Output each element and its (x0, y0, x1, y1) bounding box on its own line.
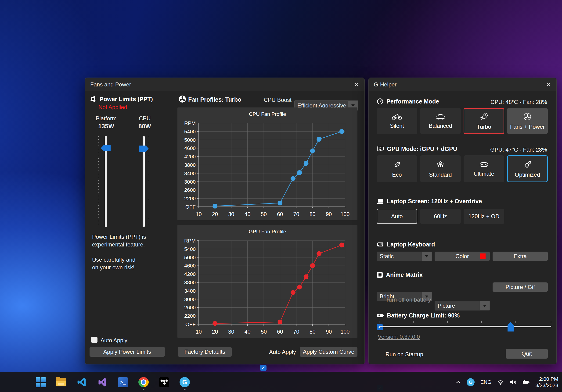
taskbar-clock[interactable]: 2:00 PM 3/23/2023 (535, 376, 558, 389)
rocket-icon (479, 112, 489, 121)
svg-text:70: 70 (293, 329, 299, 335)
ghelper-window-title: G-Helper (374, 81, 397, 88)
color-swatch[interactable] (480, 254, 486, 259)
ghelper-titlebar[interactable]: G-Helper (369, 78, 556, 91)
perf-mode-fans-power[interactable]: Fans + Power (507, 108, 548, 134)
anime-content-select[interactable]: Picture (434, 301, 490, 311)
battery-charge-slider[interactable] (379, 326, 551, 327)
tray-chevron-up-icon[interactable] (455, 380, 461, 384)
file-explorer-button[interactable] (56, 377, 67, 388)
powershell-button[interactable]: >_ (117, 377, 128, 388)
dropdown-arrow-icon[interactable] (422, 252, 432, 261)
platform-slider-thumb[interactable] (101, 145, 111, 151)
gpu-card-icon (377, 146, 384, 152)
svg-text:40: 40 (245, 211, 251, 217)
chrome-icon (138, 377, 149, 387)
svg-text:50: 50 (261, 329, 267, 335)
curve-auto-apply-label: Auto Apply (269, 349, 296, 355)
svg-text:RPM: RPM (184, 120, 196, 126)
gpu-fan-chart[interactable]: 102030405060708090100OFF2200260030003400… (177, 225, 357, 338)
battery-slider-tick (413, 321, 414, 323)
svg-text:70: 70 (293, 211, 299, 217)
close-icon[interactable] (545, 81, 552, 88)
quit-button[interactable]: Quit (506, 349, 548, 358)
dropdown-arrow-icon[interactable] (480, 301, 490, 310)
svg-text:5400: 5400 (184, 246, 196, 252)
cpu-value: 80W (130, 123, 159, 130)
battery-tray-icon[interactable] (522, 380, 530, 384)
leaf-icon (392, 160, 402, 169)
chrome-button[interactable] (138, 377, 149, 388)
cpu-fan-chart-panel: CPU Fan Profile 102030405060708090100OFF… (177, 107, 357, 220)
anime-picture-gif-button[interactable]: Picture / Gif (492, 282, 548, 292)
gpu-mode-standard[interactable]: Standard (420, 155, 461, 182)
power-limits-note-2: Use carefully and on your own risk! (92, 256, 169, 271)
apply-custom-curve-button[interactable]: Apply Custom Curve (300, 347, 357, 357)
clock-date: 3/23/2023 (535, 382, 558, 389)
cpu-boost-label: CPU Boost (257, 97, 292, 103)
screen-mode-60hz[interactable]: 60Hz (420, 209, 461, 224)
gpu-mode-optimized[interactable]: Optimized (507, 155, 548, 182)
screen-mode-120hz-od[interactable]: 120Hz + OD (464, 209, 504, 224)
battery-bolt-icon (377, 313, 384, 318)
gpu-mode-ultimate[interactable]: Ultimate (464, 155, 504, 182)
svg-text:50: 50 (261, 211, 267, 217)
run-on-startup-label: Run on Startup (386, 351, 423, 358)
curve-auto-apply-checkbox[interactable] (260, 365, 267, 371)
svg-text:20: 20 (212, 211, 218, 217)
laptop-keyboard-header: Laptop Keyboard (377, 241, 435, 248)
keyboard-color-button[interactable]: Color (434, 252, 490, 261)
perf-mode-turbo[interactable]: Turbo (464, 108, 504, 134)
language-indicator[interactable]: ENG (480, 379, 492, 385)
svg-text:80: 80 (310, 211, 316, 217)
svg-text:3800: 3800 (184, 280, 196, 285)
g-helper-taskbar-button[interactable]: G (179, 377, 190, 388)
gpu-mode-eco[interactable]: Eco (377, 155, 417, 182)
svg-text:30: 30 (228, 211, 234, 217)
platform-label: Platform (92, 115, 121, 122)
gpu-mode-buttons: Eco Standard (377, 155, 548, 182)
apply-power-limits-button[interactable]: Apply Power Limits (90, 347, 165, 357)
version-link[interactable]: Version: 0.37.0.0 (378, 334, 420, 340)
cpu-slider-thumb[interactable] (139, 146, 149, 152)
perf-mode-balanced[interactable]: Balanced (420, 108, 461, 134)
battery-slider-thumb[interactable] (507, 322, 514, 332)
fans-window-title: Fans and Power (90, 81, 131, 88)
vscode-icon (77, 377, 87, 387)
dot-matrix-icon (377, 272, 383, 278)
taskbar: >_ G G ENG (0, 372, 562, 392)
svg-text:3400: 3400 (184, 288, 196, 294)
power-auto-apply-checkbox[interactable] (91, 337, 97, 343)
screen-mode-auto[interactable]: Auto (377, 209, 417, 224)
factory-defaults-button[interactable]: Factory Defaults (178, 347, 232, 357)
svg-text:4200: 4200 (184, 154, 196, 159)
cpu-chip-icon (90, 96, 97, 102)
close-icon[interactable] (353, 81, 360, 88)
visual-studio-button[interactable] (97, 377, 108, 388)
start-button[interactable] (35, 377, 46, 388)
svg-text:3000: 3000 (184, 179, 196, 185)
svg-text:40: 40 (245, 329, 251, 335)
svg-text:RPM: RPM (184, 238, 196, 244)
keyboard-extra-button[interactable]: Extra (492, 252, 548, 261)
svg-text:30: 30 (228, 329, 234, 335)
perf-mode-silent[interactable]: Silent (377, 108, 417, 134)
wifi-icon[interactable] (497, 379, 504, 385)
g-helper-window: G-Helper Performance Mode CPU: 48°C - Fa… (368, 78, 557, 364)
tidal-button[interactable] (159, 377, 169, 388)
vscode-button[interactable] (76, 377, 87, 388)
fans-window-titlebar[interactable]: Fans and Power (85, 78, 364, 91)
turn-off-on-battery-label: Turn off on battery (386, 296, 431, 303)
speaker-icon[interactable] (510, 379, 517, 385)
cpu-fan-chart[interactable]: 102030405060708090100OFF2200260030003400… (177, 107, 357, 220)
cpu-label: CPU (130, 115, 159, 122)
bulb-gear-icon (523, 160, 532, 169)
tidal-icon (159, 377, 169, 387)
laptop-screen-header: Laptop Screen: 120Hz + Overdrive (377, 198, 482, 205)
battery-slider-tick (379, 321, 379, 323)
desktop-wallpaper: Fans and Power Power Limits (PPT) Not Ap… (0, 0, 562, 392)
keyboard-mode-select[interactable]: Static (377, 252, 432, 261)
windows-logo-icon (36, 377, 46, 387)
svg-text:3000: 3000 (184, 296, 196, 302)
g-helper-tray-icon[interactable]: G (467, 378, 475, 386)
